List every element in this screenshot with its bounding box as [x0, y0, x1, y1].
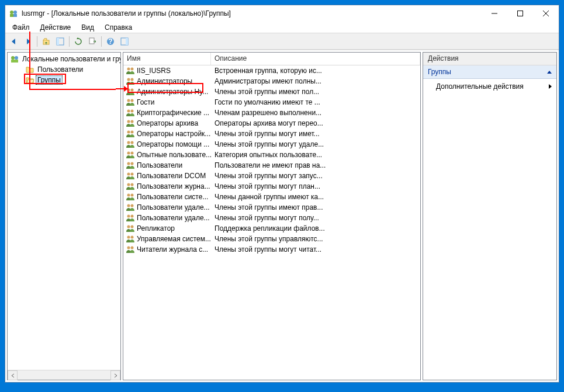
cell-desc: Члены этой группы могут читат...	[211, 245, 420, 254]
group-icon	[126, 235, 135, 243]
tree-users-label: Пользователи	[36, 65, 84, 74]
scroll-track[interactable]	[18, 370, 110, 380]
list-row[interactable]: Операторы настройк...Члены этой группы м…	[123, 129, 420, 139]
group-icon	[126, 224, 135, 233]
cell-name: Читатели журнала с...	[123, 245, 211, 254]
cell-name: Операторы архива	[123, 119, 211, 127]
cell-desc: Члены этой группы могут имет...	[211, 130, 420, 138]
cell-desc: Операторы архива могут перео...	[211, 119, 420, 127]
column-name[interactable]: Имя	[123, 53, 211, 65]
group-name-text: Администраторы	[137, 77, 192, 85]
titlebar[interactable]: lusrmgr - [Локальные пользователи и груп…	[5, 5, 559, 22]
svg-point-37	[127, 162, 130, 165]
tree-panel: Локальные пользователи и гру Пользовател…	[7, 52, 121, 380]
forward-button[interactable]	[22, 35, 34, 48]
window-controls	[482, 5, 559, 22]
list-row[interactable]: Пользователи DCOMЧлены этой группы могут…	[123, 171, 420, 181]
svg-point-38	[131, 162, 134, 165]
cell-desc: Пользователи не имеют прав на...	[211, 161, 420, 169]
list-row[interactable]: ГостиГости по умолчанию имеют те ...	[123, 97, 420, 107]
list-panel: Имя Описание IIS_IUSRSВстроенная группа,…	[123, 52, 421, 380]
group-icon	[126, 88, 135, 96]
list-row[interactable]: Управляемая систем...Члены этой группы у…	[123, 234, 420, 244]
svg-point-53	[127, 247, 130, 249]
list-row[interactable]: АдминистраторыАдминистраторы имеют полны…	[123, 76, 420, 86]
list-row[interactable]: Опытные пользовате...Категория опытных п…	[123, 150, 420, 160]
svg-rect-3	[13, 14, 17, 17]
actions-more-label: Дополнительные действия	[436, 82, 524, 91]
list-row[interactable]: Операторы помощи ...Члены этой группы мо…	[123, 139, 420, 150]
group-name-text: Администраторы Hy...	[137, 88, 208, 96]
svg-point-33	[127, 141, 130, 144]
tree-root[interactable]: Локальные пользователи и гру	[8, 54, 120, 64]
scroll-left-button[interactable]	[8, 370, 18, 380]
scroll-right-button[interactable]	[110, 370, 120, 380]
back-button[interactable]	[8, 35, 20, 48]
close-button[interactable]	[533, 5, 559, 22]
group-name-text: Репликатор	[137, 224, 175, 233]
list-row[interactable]: IIS_IUSRSВстроенная группа, которую ис..…	[123, 65, 420, 76]
group-name-text: Пользователи удале...	[137, 214, 210, 222]
list-row[interactable]: Администраторы Hy...Члены этой группы им…	[123, 86, 420, 97]
list-row[interactable]: Пользователи удале...Члены этой группы и…	[123, 202, 420, 213]
group-icon	[126, 119, 135, 127]
list-body[interactable]: IIS_IUSRSВстроенная группа, которую ис..…	[123, 65, 420, 380]
tree-view[interactable]: Локальные пользователи и гру Пользовател…	[8, 53, 120, 370]
svg-point-36	[131, 152, 134, 155]
group-name-text: Гости	[137, 98, 155, 106]
list-row[interactable]: Операторы архиваОператоры архива могут п…	[123, 118, 420, 129]
svg-point-19	[127, 68, 130, 71]
cell-desc: Категория опытных пользовате...	[211, 151, 420, 159]
cell-name: Опытные пользовате...	[123, 151, 211, 159]
svg-point-46	[131, 204, 134, 207]
tree-item-users[interactable]: Пользователи	[8, 64, 120, 75]
up-button[interactable]	[40, 35, 53, 48]
cell-name: Администраторы	[123, 77, 211, 85]
menu-file[interactable]: Файл	[8, 22, 34, 33]
menu-action[interactable]: Действие	[36, 22, 76, 33]
group-icon	[126, 67, 135, 75]
svg-point-44	[131, 194, 134, 197]
list-row[interactable]: РепликаторПоддержка репликации файлов...	[123, 223, 420, 234]
svg-point-17	[15, 56, 18, 60]
action-pane-button[interactable]	[118, 35, 131, 48]
group-name-text: Пользователи DCOM	[137, 172, 206, 180]
list-row[interactable]: ПользователиПользователи не имеют прав н…	[123, 160, 420, 171]
svg-point-32	[131, 131, 134, 134]
column-desc[interactable]: Описание	[211, 53, 420, 65]
tree-item-groups[interactable]: Группы	[8, 75, 120, 85]
show-hide-tree-button[interactable]	[54, 35, 67, 48]
svg-point-31	[127, 131, 130, 134]
actions-more[interactable]: Дополнительные действия	[423, 79, 556, 94]
menubar: Файл Действие Вид Справка	[5, 22, 559, 33]
list-row[interactable]: Пользователи удале...Члены этой группы м…	[123, 213, 420, 223]
menu-view[interactable]: Вид	[77, 22, 99, 33]
group-name-text: Пользователи журна...	[137, 182, 210, 190]
svg-point-42	[131, 183, 134, 186]
actions-header: Действия	[423, 53, 556, 65]
list-row[interactable]: Криптографические ...Членам разрешено вы…	[123, 107, 420, 118]
group-icon	[126, 140, 135, 148]
svg-point-20	[131, 68, 134, 71]
group-name-text: Пользователи удале...	[137, 203, 210, 211]
list-row[interactable]: Пользователи журна...Члены этой группы м…	[123, 181, 420, 192]
actions-section-groups[interactable]: Группы	[423, 65, 556, 79]
svg-point-26	[131, 99, 134, 102]
cell-desc: Члены данной группы имеют ка...	[211, 193, 420, 201]
cell-name: Операторы настройк...	[123, 130, 211, 138]
refresh-button[interactable]	[72, 35, 85, 48]
menu-help[interactable]: Справка	[100, 22, 137, 33]
svg-point-48	[131, 215, 134, 218]
tree-groups-label: Группы	[36, 76, 62, 84]
cell-name: Криптографические ...	[123, 109, 211, 117]
maximize-button[interactable]	[507, 5, 533, 22]
cell-name: Гости	[123, 98, 211, 106]
list-row[interactable]: Читатели журнала с...Члены этой группы м…	[123, 244, 420, 255]
minimize-button[interactable]	[482, 5, 507, 22]
tree-scrollbar[interactable]	[8, 370, 120, 380]
svg-text:?: ?	[108, 37, 112, 46]
svg-point-45	[127, 204, 130, 207]
help-button[interactable]: ?	[104, 35, 117, 48]
export-button[interactable]	[86, 35, 99, 48]
list-row[interactable]: Пользователи систе...Члены данной группы…	[123, 192, 420, 202]
